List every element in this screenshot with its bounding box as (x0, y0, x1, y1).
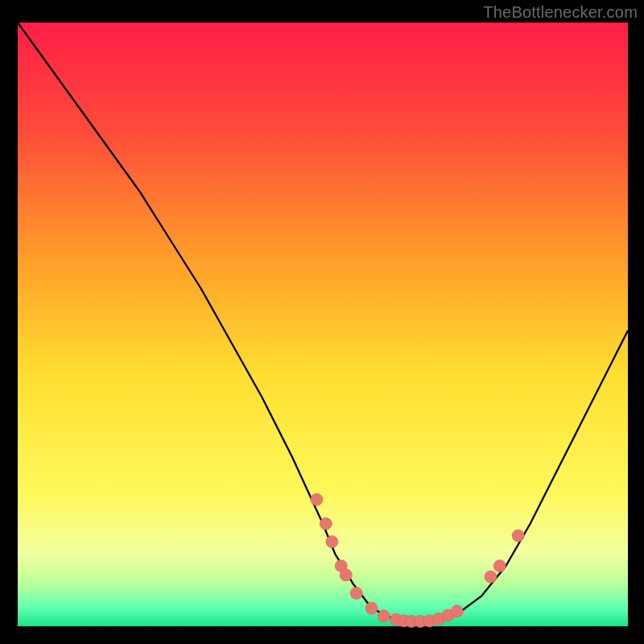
plot-background (18, 23, 628, 626)
sample-dot (311, 493, 323, 506)
sample-dot (365, 602, 378, 614)
sample-dot (512, 530, 524, 542)
bottleneck-chart (0, 0, 644, 644)
sample-dot (485, 571, 497, 583)
sample-dot (350, 587, 362, 599)
chart-stage: TheBottlenecker.com (0, 0, 644, 644)
sample-dot (326, 535, 338, 547)
sample-dot (340, 569, 352, 581)
sample-dot (378, 610, 390, 622)
sample-dot (493, 559, 506, 572)
sample-dot (451, 605, 463, 617)
watermark-text: TheBottlenecker.com (483, 3, 638, 22)
sample-dot (320, 518, 332, 530)
